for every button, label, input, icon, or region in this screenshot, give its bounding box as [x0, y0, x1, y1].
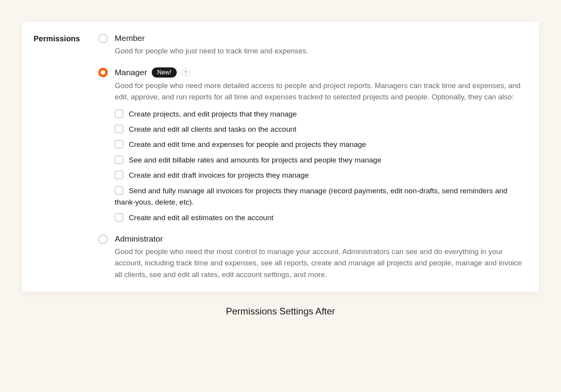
- role-title-member: Member: [115, 34, 145, 43]
- option-title-row: Member: [115, 34, 528, 43]
- manager-option-row[interactable]: Create and edit time and expenses for pe…: [115, 139, 528, 150]
- checkbox-icon[interactable]: [115, 155, 123, 164]
- new-badge: New!: [152, 67, 177, 77]
- manager-option-label: Create and edit time and expenses for pe…: [129, 139, 366, 150]
- radio-manager[interactable]: [98, 68, 108, 77]
- checkbox-icon[interactable]: [115, 140, 123, 148]
- role-title-administrator: Administrator: [115, 234, 163, 244]
- radio-member[interactable]: [98, 34, 108, 43]
- manager-option-label: See and edit billable rates and amounts …: [129, 154, 381, 166]
- manager-option-row[interactable]: Create and edit draft invoices for proje…: [115, 170, 528, 181]
- role-option-administrator[interactable]: Administrator Good for people who need t…: [98, 234, 528, 280]
- option-title-row: Administrator: [115, 234, 528, 244]
- option-body: Manager New! ? Good for people who need …: [115, 67, 528, 223]
- role-description-manager: Good for people who need more detailed a…: [115, 80, 528, 103]
- role-option-member[interactable]: Member Good for people who just need to …: [98, 34, 528, 57]
- radio-administrator[interactable]: [98, 235, 108, 244]
- option-body: Administrator Good for people who need t…: [115, 234, 528, 280]
- role-description-member: Good for people who just need to track t…: [115, 45, 528, 57]
- checkbox-icon[interactable]: [115, 109, 123, 118]
- section-label: Permissions: [34, 34, 84, 280]
- permissions-card: Permissions Member Good for people who j…: [22, 22, 539, 292]
- manager-option-label: Send and fully manage all invoices for p…: [115, 187, 508, 206]
- manager-option-label: Create and edit all clients and tasks on…: [129, 124, 296, 135]
- checkbox-icon[interactable]: [115, 125, 123, 133]
- checkbox-icon[interactable]: [115, 213, 123, 222]
- help-icon[interactable]: ?: [181, 68, 190, 77]
- option-body: Member Good for people who just need to …: [115, 34, 528, 57]
- role-option-manager[interactable]: Manager New! ? Good for people who need …: [98, 67, 528, 223]
- manager-option-row[interactable]: Create and edit all estimates on the acc…: [115, 212, 528, 223]
- checkbox-icon[interactable]: [115, 171, 123, 179]
- role-title-manager: Manager: [115, 68, 147, 77]
- manager-option-row[interactable]: See and edit billable rates and amounts …: [115, 154, 528, 166]
- manager-option-label: Create and edit draft invoices for proje…: [129, 170, 309, 181]
- checkbox-icon[interactable]: [115, 186, 123, 195]
- manager-option-label: Create and edit all estimates on the acc…: [129, 212, 273, 223]
- figure-caption: Permissions Settings After: [22, 306, 539, 317]
- manager-option-row[interactable]: Send and fully manage all invoices for p…: [115, 185, 528, 208]
- manager-option-row[interactable]: Create and edit all clients and tasks on…: [115, 124, 528, 135]
- manager-options-list: Create projects, and edit projects that …: [115, 108, 528, 224]
- option-title-row: Manager New! ?: [115, 67, 528, 77]
- role-description-administrator: Good for people who need the most contro…: [115, 246, 528, 280]
- permission-options: Member Good for people who just need to …: [98, 34, 528, 280]
- manager-option-label: Create projects, and edit projects that …: [129, 108, 297, 120]
- manager-option-row[interactable]: Create projects, and edit projects that …: [115, 108, 528, 120]
